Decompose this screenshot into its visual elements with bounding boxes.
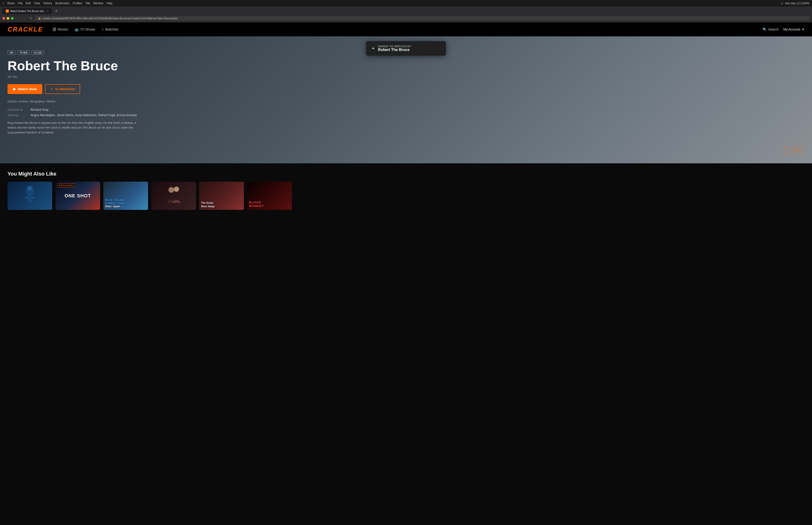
browser-chrome: ← → ↻ 🔒 crackle.com/details/6f278676-4f9… (0, 15, 812, 22)
checkmark-icon: ✓ (50, 87, 53, 91)
watchlist-label: Watchlist (105, 28, 118, 31)
share-icon: ⇧ (788, 148, 791, 152)
macos-menu-bar:  Brave File Edit View History Bookmarks… (0, 0, 812, 6)
movie-card-3[interactable]: BLUE COLLARCOMEDY TOURRidin' Again (103, 182, 148, 210)
browser-nav-buttons: ← → ↻ (16, 16, 33, 21)
dropbox-icon: ◻ (781, 2, 783, 5)
svg-rect-3 (25, 196, 28, 199)
movie-genres: Drama • Action • Biography • British (7, 100, 805, 103)
forward-button[interactable]: → (22, 16, 27, 21)
play-icon: ▶ (13, 87, 16, 91)
search-nav-button[interactable]: 🔍 Search (763, 28, 778, 31)
menu-profiles[interactable]: Profiles (73, 2, 82, 5)
tab-title: Watch Robert The Bruce onli... (10, 10, 46, 13)
search-icon: 🔍 (763, 28, 767, 31)
tab-favicon: C (6, 10, 9, 13)
svg-rect-4 (31, 196, 35, 199)
starring-label: Starring (7, 113, 29, 117)
minimize-window-button[interactable] (6, 17, 10, 20)
starring-value: Angus Macfadyen, Jared Harris, Anna Hutc… (31, 113, 137, 117)
menu-view[interactable]: View (34, 2, 40, 5)
couple-illustration (164, 184, 183, 208)
directed-by-value: Richard Gray (31, 108, 49, 111)
active-tab[interactable]: C Watch Robert The Bruce onli... × (2, 8, 52, 14)
plus-icon: + (102, 28, 104, 31)
hero-section: + ADDED TO WATCHLIST Robert The Bruce HD… (0, 36, 812, 163)
watchlist-notif-text: ADDED TO WATCHLIST Robert The Bruce (378, 45, 411, 52)
traffic-lights (2, 17, 14, 20)
movie-card-1[interactable] (7, 182, 52, 210)
nav-links: 🎬 Movies 📺 TV Shows + Watchlist (52, 28, 119, 31)
menu-brave[interactable]: Brave (7, 2, 15, 5)
menu-bookmarks[interactable]: Bookmarks (56, 2, 70, 5)
watch-now-button[interactable]: ▶ Watch Now (7, 84, 42, 94)
watchlist-movie-name: Robert The Bruce (378, 48, 411, 52)
movie-card-6[interactable]: BLOODMONKEY (247, 182, 292, 210)
starring-row: Starring Angus Macfadyen, Jared Harris, … (7, 113, 805, 117)
time-display: Mon May 13 2:00PM (785, 2, 809, 5)
nav-right: 🔍 Search My Account ▼ (763, 28, 805, 31)
badge-cc: CC:EN (31, 50, 44, 55)
directed-by-row: Directed by Richard Gray (7, 108, 805, 111)
menu-history[interactable]: History (43, 2, 52, 5)
watchlist-nav-link[interactable]: + Watchlist (102, 28, 118, 31)
new-tab-button[interactable]: + (53, 7, 60, 15)
url-text[interactable]: crackle.com/details/6f278676-4f9c-43bc-a… (42, 17, 807, 20)
movie-card-5[interactable]: The GreatMom Swap (199, 182, 244, 210)
svg-point-6 (168, 187, 174, 193)
in-watchlist-button[interactable]: ✓ In Watchlist (45, 84, 80, 94)
in-watchlist-label: In Watchlist (55, 87, 75, 91)
badge-tv-ma: TV-MA (17, 50, 30, 55)
svg-rect-2 (28, 196, 32, 203)
svg-point-7 (174, 186, 179, 192)
one-shot-title: ONE SHOT (65, 193, 91, 198)
tv-shows-nav-link[interactable]: 📺 TV Shows (75, 28, 95, 31)
watch-now-label: Watch Now (18, 87, 37, 91)
movie-card-2[interactable]: EXCLUSIVE ONE SHOT (56, 182, 100, 210)
watchlist-added-label: ADDED TO WATCHLIST (378, 45, 411, 48)
chevron-down-icon: ▼ (802, 28, 805, 31)
movie-row: EXCLUSIVE ONE SHOT BLUE COLLARCOMEDY TOU… (7, 182, 805, 210)
menu-file[interactable]: File (18, 2, 22, 5)
section-title: You Might Also Like (7, 171, 805, 177)
blood-monkey-title: BLOODMONKEY (249, 201, 264, 208)
reload-button[interactable]: ↻ (29, 16, 33, 21)
great-mom-swap-title: The GreatMom Swap (201, 201, 215, 208)
movie-duration: 2hr 3m (7, 75, 805, 78)
movies-label: Movies (58, 28, 68, 31)
tv-icon: 📺 (75, 28, 79, 31)
movie-card-4[interactable] (151, 182, 196, 210)
close-window-button[interactable] (2, 17, 5, 20)
share-label: Share (792, 148, 800, 152)
tab-close-button[interactable]: × (47, 10, 49, 13)
exclusive-badge: EXCLUSIVE (57, 183, 75, 187)
diver-illustration (20, 184, 39, 208)
menu-help[interactable]: Help (107, 2, 112, 5)
lock-icon: 🔒 (38, 17, 41, 20)
recommendations-section: You Might Also Like EXCLUSIVE ONE SHOT (0, 163, 812, 217)
badge-hd: HD (7, 50, 16, 55)
apple-icon:  (3, 1, 4, 5)
my-account-label: My Account (783, 28, 800, 31)
browser-tab-bar: C Watch Robert The Bruce onli... × + (0, 6, 812, 15)
crackle-logo[interactable]: CRACKLE (7, 26, 43, 33)
watchlist-notification: + ADDED TO WATCHLIST Robert The Bruce (366, 41, 446, 56)
address-bar[interactable]: 🔒 crackle.com/details/6f278676-4f9c-43bc… (35, 16, 810, 21)
movies-nav-link[interactable]: 🎬 Movies (52, 28, 68, 31)
movie-description: King Robert the Bruce is injured and on … (7, 121, 139, 135)
back-button[interactable]: ← (16, 16, 21, 21)
my-account-button[interactable]: My Account ▼ (783, 28, 805, 31)
directed-by-label: Directed by (7, 108, 29, 111)
fullscreen-window-button[interactable] (11, 17, 14, 20)
menu-window[interactable]: Window (93, 2, 103, 5)
blue-collar-title: BLUE COLLARCOMEDY TOURRidin' Again (105, 198, 124, 208)
menu-edit[interactable]: Edit (26, 2, 31, 5)
mac-menu-right: ◻ Mon May 13 2:00PM (781, 2, 809, 5)
tv-shows-label: TV Shows (80, 28, 95, 31)
movies-icon: 🎬 (52, 28, 56, 31)
share-button[interactable]: ⇧ Share (784, 146, 805, 154)
menu-tab[interactable]: Tab (86, 2, 90, 5)
mac-menu-left:  Brave File Edit View History Bookmarks… (3, 1, 112, 5)
site-navigation: CRACKLE 🎬 Movies 📺 TV Shows + Watchlist … (0, 22, 812, 36)
movie-meta: Directed by Richard Gray Starring Angus … (7, 108, 805, 117)
